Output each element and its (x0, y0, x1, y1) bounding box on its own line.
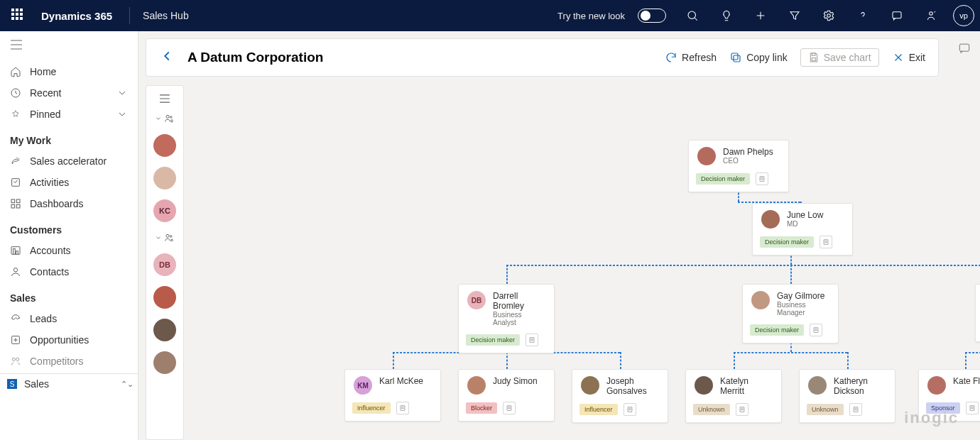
person-card-darrell[interactable]: DBDarrell BromleyBusiness Analyst Decisi… (458, 284, 555, 353)
avatar: KM (354, 376, 372, 395)
svg-point-25 (171, 239, 173, 241)
hub-label[interactable]: Sales Hub (143, 10, 189, 21)
avatar: DB (467, 291, 486, 309)
org-chart-canvas[interactable]: Dawn PhelpsCEO Decision maker June LowMD… (191, 85, 980, 440)
person-card-gay[interactable]: Gay GilmoreBusiness Manager Decision mak… (742, 284, 839, 343)
nav-opportunities[interactable]: Opportunities (0, 329, 138, 351)
nav-sales-accelerator[interactable]: Sales accelerator (0, 150, 138, 172)
lightbulb-icon[interactable] (714, 9, 739, 22)
support-icon[interactable] (919, 9, 943, 22)
relationship-badge: Decision maker (696, 173, 750, 185)
svg-rect-31 (401, 406, 405, 411)
person-card-karl[interactable]: KMKarl McKee Influencer (344, 369, 441, 422)
note-icon[interactable] (966, 402, 979, 414)
person-card-faith[interactable]: Faith RatliffProduct Manager PrimaryDeci… (975, 284, 980, 342)
chevron-updown-icon: ⌃⌄ (121, 380, 134, 389)
svg-rect-35 (854, 407, 858, 412)
person-name: Karl McKee (379, 376, 423, 386)
nav-home[interactable]: Home (0, 61, 138, 82)
person-card-katelyn[interactable]: Katelyn Merritt Unknown (685, 369, 782, 423)
avatar (695, 376, 713, 395)
relationship-badge: Decision maker (466, 334, 520, 346)
copy-link-button[interactable]: Copy link (729, 51, 788, 64)
filter-icon[interactable] (783, 9, 807, 22)
rail-avatar[interactable] (153, 319, 176, 341)
save-chart-button[interactable]: Save chart (800, 48, 879, 67)
relationship-badge: Influencer (579, 404, 618, 415)
try-new-look-toggle[interactable] (638, 9, 666, 23)
nav-contacts[interactable]: Contacts (0, 261, 138, 282)
person-name: Judy Simon (493, 376, 538, 386)
avatar (761, 210, 780, 229)
nav-activities[interactable]: Activities (0, 172, 138, 193)
chart-toolbar: A Datum Corporation Refresh Copy link Sa… (146, 38, 939, 77)
note-icon[interactable] (756, 172, 768, 185)
svg-rect-9 (16, 204, 20, 208)
person-card-joseph[interactable]: Joseph Gonsalves Influencer (572, 369, 668, 423)
note-icon[interactable] (736, 403, 748, 416)
person-role: Business Analyst (493, 311, 545, 326)
person-name: Katelyn Merritt (720, 376, 773, 396)
svg-rect-27 (824, 240, 828, 245)
nav-accounts[interactable]: Accounts (0, 240, 138, 261)
app-launcher-icon[interactable] (11, 9, 26, 23)
rail-avatar-kc[interactable]: KC (153, 199, 176, 222)
person-card-dawn[interactable]: Dawn PhelpsCEO Decision maker (688, 140, 789, 192)
rail-avatar[interactable] (153, 134, 176, 157)
note-icon[interactable] (624, 403, 636, 416)
svg-rect-2 (893, 12, 901, 18)
rail-group-toggle-1[interactable] (155, 113, 175, 124)
nav-section-sales: Sales (0, 282, 138, 308)
user-avatar[interactable]: vp (953, 5, 974, 26)
svg-rect-26 (760, 177, 764, 182)
note-icon[interactable] (503, 402, 516, 414)
chevron-down-icon (116, 87, 128, 99)
exit-button[interactable]: Exit (892, 51, 925, 64)
svg-rect-15 (959, 44, 969, 51)
nav-recent[interactable]: Recent (0, 82, 138, 104)
person-name: Katheryn Dickson (834, 376, 886, 396)
rail-avatar[interactable] (153, 351, 176, 374)
nav-pinned[interactable]: Pinned (0, 104, 138, 125)
note-icon[interactable] (396, 402, 409, 414)
nav-competitors[interactable]: Competitors (0, 351, 138, 372)
rail-avatar[interactable] (153, 286, 176, 309)
note-icon[interactable] (820, 236, 832, 248)
relationship-badge: Decision maker (760, 236, 814, 248)
avatar (808, 376, 827, 395)
note-icon[interactable] (849, 403, 862, 416)
person-card-june[interactable]: June LowMD Decision maker (752, 203, 853, 255)
svg-rect-17 (731, 53, 738, 60)
refresh-button[interactable]: Refresh (665, 51, 717, 64)
person-name: Kate Floyd (953, 376, 980, 386)
person-name: Darrell Bromley (493, 291, 545, 311)
svg-point-11 (13, 268, 17, 272)
svg-rect-32 (507, 406, 511, 411)
nav-dashboards[interactable]: Dashboards (0, 193, 138, 214)
watermark: inogic (904, 409, 959, 427)
svg-point-1 (827, 14, 831, 18)
note-icon[interactable] (526, 334, 538, 346)
plus-icon[interactable] (748, 9, 773, 22)
nav-hamburger-icon[interactable] (0, 31, 138, 61)
nav-leads[interactable]: Leads (0, 308, 138, 329)
help-icon[interactable] (851, 9, 875, 22)
copilot-toggle-icon[interactable] (957, 41, 971, 58)
rail-group-toggle-2[interactable] (155, 232, 175, 243)
main-area: A Datum Corporation Refresh Copy link Sa… (138, 31, 980, 440)
search-icon[interactable] (680, 9, 704, 22)
back-button[interactable] (159, 48, 175, 67)
rail-hamburger-icon[interactable] (159, 94, 170, 103)
area-badge: S (7, 379, 17, 389)
person-card-judy[interactable]: Judy Simon Blocker (458, 369, 555, 422)
rail-avatar[interactable] (153, 167, 176, 189)
chat-icon[interactable] (885, 9, 909, 22)
svg-point-21 (170, 116, 172, 119)
area-switcher[interactable]: S Sales ⌃⌄ (0, 373, 138, 392)
relationship-badge: Influencer (352, 402, 391, 414)
rail-avatar-db[interactable]: DB (153, 253, 176, 276)
person-card-katheryn[interactable]: Katheryn Dickson Unknown (799, 369, 895, 423)
settings-icon[interactable] (817, 9, 841, 22)
note-icon[interactable] (810, 324, 822, 336)
relationship-badge: Blocker (466, 402, 497, 414)
